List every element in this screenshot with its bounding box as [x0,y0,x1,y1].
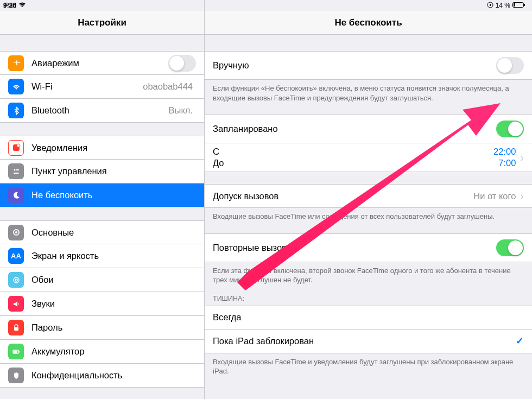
battery-icon [512,2,525,10]
svg-point-11 [15,231,17,233]
status-left: iPad [0,0,204,11]
settings-sidebar: iPad Настройки Авиарежим Wi-Fi obaobab [0,0,205,399]
sidebar-item-control-center[interactable]: Пункт управления [0,160,204,183]
detail-title: Не беспокоить [334,17,402,28]
privacy-icon [8,368,24,383]
sidebar-item-airplane[interactable]: Авиарежим [0,51,204,75]
svg-rect-3 [514,3,515,7]
silence-header: ТИШИНА: [205,285,532,306]
detail-group-scheduled: Запланировано С 22:00 До 7:00 › [205,115,532,172]
notifications-icon [8,140,24,156]
sidebar-item-sounds[interactable]: Звуки [0,292,204,316]
allow-value: Ни от кого [473,191,516,201]
detail-navbar: Не беспокоить [205,11,532,35]
schedule-times-row[interactable]: С 22:00 До 7:00 › [205,143,532,172]
manual-label: Вручную [213,60,496,71]
silence-always-row[interactable]: Всегда [205,306,532,330]
wifi-label: Wi-Fi [31,81,143,92]
airplane-label: Авиарежим [31,58,168,68]
status-right: 14 % [366,0,529,11]
detail-group-repeated: Повторные вызовы [205,233,532,262]
svg-point-5 [17,144,20,147]
to-value: 7:00 [498,158,516,168]
notifications-label: Уведомления [31,143,196,153]
sidebar-item-wallpaper[interactable]: Обои [0,268,204,292]
allow-label: Допуск вызовов [213,191,473,201]
from-label: С [213,147,219,157]
dnd-label: Не беспокоить [31,190,196,200]
wifi-icon-square [8,79,24,94]
scheduled-row[interactable]: Запланировано [205,115,532,143]
orientation-lock-icon [487,2,493,10]
silence-always-label: Всегда [213,312,524,322]
scheduled-toggle[interactable] [496,121,524,137]
allow-calls-row[interactable]: Допуск вызовов Ни от кого › [205,184,532,208]
sounds-label: Звуки [31,299,196,309]
scheduled-label: Запланировано [213,124,496,134]
allow-footer: Входящие вызовы FaceTime или сообщения о… [205,208,532,221]
wallpaper-icon [8,272,24,288]
sidebar-item-general[interactable]: Основные [0,220,204,244]
svg-rect-9 [14,173,17,174]
silence-locked-row[interactable]: Пока iPad заблокирован ✓ [205,330,532,353]
gear-icon [8,225,24,240]
sidebar-navbar: Настройки [0,11,204,35]
sidebar-item-display[interactable]: AA Экран и яркость [0,244,204,268]
privacy-label: Конфиденциальность [31,370,196,381]
battery-settings-icon [8,344,24,359]
bluetooth-icon [8,103,24,118]
silence-footer: Входящие вызовы FaceTime и уведомления б… [205,353,532,376]
bluetooth-value: Выкл. [169,105,193,116]
repeated-row[interactable]: Повторные вызовы [205,233,532,262]
display-icon: AA [8,248,24,264]
device-label: iPad [3,2,16,9]
battery-percent: 14 % [496,2,510,9]
sidebar-item-dnd[interactable]: Не беспокоить [0,183,204,207]
manual-footer: Если функция «Не беспокоить» включена, в… [205,80,532,103]
sidebar-item-privacy[interactable]: Конфиденциальность [0,364,204,388]
svg-rect-2 [524,4,525,6]
sidebar-group-connectivity: Авиарежим Wi-Fi obaobab444 Bluetooth Вык… [0,51,204,123]
svg-point-12 [14,277,19,283]
wifi-icon [18,2,26,9]
detail-group-silence: Всегда Пока iPad заблокирован ✓ [205,306,532,353]
svg-rect-16 [18,351,20,352]
repeated-footer: Если эта функция включена, второй звонок… [205,262,532,285]
repeated-label: Повторные вызовы [213,243,496,253]
manual-toggle[interactable] [496,57,524,74]
passcode-label: Пароль [31,322,196,333]
sidebar-title: Настройки [78,17,126,28]
silence-locked-label: Пока iPad заблокирован [213,336,516,346]
svg-point-6 [14,169,15,170]
from-value: 22:00 [493,147,516,157]
wifi-value: obaobab444 [143,81,193,92]
sidebar-item-battery[interactable]: Аккумулятор [0,340,204,364]
display-label: Экран и яркость [31,251,196,261]
detail-group-allow: Допуск вызовов Ни от кого › [205,184,532,208]
svg-rect-7 [16,169,19,170]
svg-point-13 [15,279,17,281]
svg-rect-14 [14,327,18,331]
sidebar-item-passcode[interactable]: Пароль [0,316,204,340]
bluetooth-label: Bluetooth [31,105,169,116]
passcode-icon [8,320,24,335]
control-center-label: Пункт управления [31,166,196,176]
sidebar-item-bluetooth[interactable]: Bluetooth Выкл. [0,99,204,123]
repeated-toggle[interactable] [496,239,524,256]
wallpaper-label: Обои [31,275,196,285]
sidebar-item-notifications[interactable]: Уведомления [0,136,204,160]
airplane-toggle[interactable] [168,55,196,72]
detail-group-manual: Вручную [205,51,532,80]
chevron-icon: › [520,152,524,163]
checkmark-icon: ✓ [516,335,524,347]
svg-rect-17 [14,351,17,353]
sidebar-group-alerts: Уведомления Пункт управления Не беспокои… [0,136,204,207]
general-label: Основные [31,227,196,238]
manual-row[interactable]: Вручную [205,51,532,80]
sidebar-group-general: Основные AA Экран и яркость Обои Звуки [0,220,204,388]
detail-pane: Не беспокоить Вручную Если функция «Не б… [205,0,532,399]
chevron-icon: › [520,191,524,201]
control-center-icon [8,163,24,179]
sidebar-item-wifi[interactable]: Wi-Fi obaobab444 [0,75,204,99]
airplane-icon [8,55,24,71]
